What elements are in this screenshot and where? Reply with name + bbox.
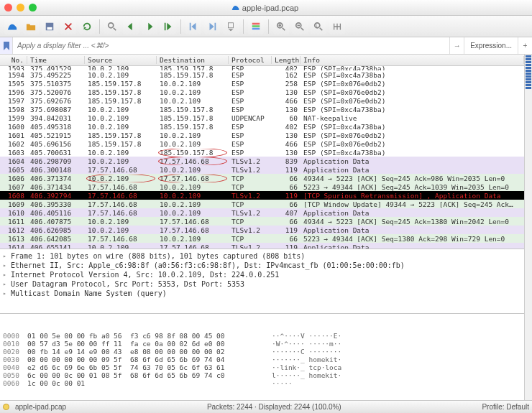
packet-row[interactable]: 1608406.39279417.57.146.6810.0.2.109TLSv… <box>0 191 524 200</box>
window-title: apple-ipad.pcap <box>37 4 493 12</box>
detail-tree-item[interactable]: ▸Internet Protocol Version 4, Src: 10.0.… <box>3 270 521 279</box>
packet-row[interactable]: 1601405.521915185.159.157.810.0.2.109ESP… <box>0 131 524 139</box>
packet-row[interactable]: 1610406.40511617.57.146.6810.0.2.109TLSv… <box>0 208 524 217</box>
filter-bar: → Expression... + <box>0 37 532 55</box>
packet-overview-scrollbar[interactable] <box>525 55 532 400</box>
packet-row[interactable]: 1603405.70063110.0.2.109185.159.157.8ESP… <box>0 148 524 157</box>
expand-icon[interactable]: ▸ <box>3 290 9 297</box>
open-file-button[interactable] <box>23 19 39 34</box>
packet-row[interactable]: 1597375.692676185.159.157.810.0.2.109ESP… <box>0 96 524 105</box>
auto-scroll-button[interactable] <box>223 19 239 34</box>
detail-tree-item[interactable]: ▸Multicast Domain Name System (query) <box>3 289 521 298</box>
detail-tree-item[interactable]: ▸Ethernet II, Src: Apple_c6:98:8f (a0:56… <box>3 261 521 270</box>
interfaces-icon[interactable] <box>4 19 20 34</box>
expand-icon[interactable]: ▸ <box>3 262 9 269</box>
zoom-in-button[interactable] <box>273 19 289 34</box>
packet-details[interactable]: ▸Frame 1: 101 bytes on wire (808 bits), … <box>0 249 524 313</box>
packet-row[interactable]: 1600405.49531810.0.2.109185.159.157.8ESP… <box>0 122 524 131</box>
close-window-button[interactable] <box>4 4 12 11</box>
titlebar: apple-ipad.pcap <box>0 0 532 16</box>
filter-apply-button[interactable]: → <box>449 37 464 54</box>
svg-rect-3 <box>165 22 166 30</box>
wireshark-icon <box>231 4 239 11</box>
save-button[interactable] <box>42 19 58 34</box>
svg-rect-1 <box>47 27 52 29</box>
packet-bytes[interactable]: 000001 00 5e 00 00 fb a0 56 f3 c6 98 8f … <box>0 313 524 400</box>
svg-rect-9 <box>252 27 260 29</box>
minimize-window-button[interactable] <box>17 4 24 11</box>
find-button[interactable] <box>104 19 120 34</box>
detail-tree-item[interactable]: ▸Frame 1: 101 bytes on wire (808 bits), … <box>3 251 521 261</box>
detail-tree-item[interactable]: ▸User Datagram Protocol, Src Port: 5353,… <box>3 279 521 289</box>
packet-row[interactable]: 1613406.64208517.57.146.6810.0.2.109TCP6… <box>0 234 524 243</box>
col-proto[interactable]: Protocol <box>229 56 272 64</box>
packet-row[interactable]: 1604406.29870910.0.2.10917.57.146.68TLSv… <box>0 157 524 165</box>
packet-row[interactable]: 1599394.84203110.0.2.109185.159.157.8UDP… <box>0 113 524 122</box>
packet-list[interactable]: No. Time Source Destination Protocol Len… <box>0 55 524 249</box>
go-last-button[interactable] <box>204 19 220 34</box>
packet-row[interactable]: 1594375.49522510.0.2.109185.159.157.8ESP… <box>0 70 524 79</box>
resize-columns-button[interactable] <box>329 19 345 34</box>
hex-row[interactable]: 00506c 00 00 0c 00 01 08 5f 68 6f 6d 65 … <box>3 371 521 379</box>
col-time[interactable]: Time <box>27 56 85 64</box>
col-source[interactable]: Source <box>85 56 157 64</box>
svg-rect-5 <box>215 22 216 30</box>
packet-row[interactable]: 1606406.37137410.0.2.10917.57.146.68TCP6… <box>0 174 524 182</box>
status-bar: apple-ipad.pcap Packets: 2244 · Displaye… <box>0 400 532 413</box>
go-to-packet-button[interactable] <box>160 19 176 34</box>
hex-row[interactable]: 001000 57 d3 5e 00 00 ff 11 fa ce 0a 00 … <box>3 340 521 348</box>
expert-info-button[interactable] <box>3 404 9 410</box>
reload-button[interactable] <box>79 19 95 34</box>
bookmark-icon <box>3 42 10 50</box>
status-profile[interactable]: Profile: Default <box>482 403 529 411</box>
colorize-button[interactable] <box>248 19 264 34</box>
expression-button[interactable]: Expression... <box>464 37 518 54</box>
hex-row[interactable]: 002000 fb 14 e9 14 e9 00 43 e8 08 00 00 … <box>3 348 521 356</box>
packet-row[interactable]: 1614406.65514110.0.2.10917.57.146.68TLSv… <box>0 243 524 249</box>
zoom-window-button[interactable] <box>29 4 37 11</box>
zoom-out-button[interactable] <box>292 19 308 34</box>
packet-row[interactable]: 1598375.69808710.0.2.109185.159.157.8ESP… <box>0 105 524 113</box>
svg-text:1: 1 <box>316 23 318 27</box>
packet-row[interactable]: 1609406.39533017.57.146.6810.0.2.109TCP6… <box>0 200 524 208</box>
traffic-lights[interactable] <box>4 4 37 11</box>
col-info[interactable]: Info <box>301 56 524 64</box>
window-title-text: apple-ipad.pcap <box>242 4 298 12</box>
packet-row[interactable]: 1595375.510375185.159.157.810.0.2.109ESP… <box>0 79 524 88</box>
packet-row[interactable]: 1611406.40787510.0.2.10917.57.146.68TCP6… <box>0 217 524 226</box>
hex-row[interactable]: 000001 00 5e 00 00 fb a0 56 f3 c6 98 8f … <box>3 332 521 340</box>
col-dest[interactable]: Destination <box>157 56 229 64</box>
expand-icon[interactable]: ▸ <box>3 281 9 287</box>
filter-add-button[interactable]: + <box>518 37 532 54</box>
display-filter-input[interactable] <box>13 37 449 54</box>
close-file-button[interactable] <box>60 19 76 34</box>
expand-icon[interactable]: ▸ <box>3 253 9 259</box>
packet-row[interactable]: 1607406.37143417.57.146.6810.0.2.109TCP6… <box>0 182 524 191</box>
packet-row[interactable]: 1612406.62698510.0.2.10917.57.146.68TLSv… <box>0 226 524 234</box>
col-no[interactable]: No. <box>0 56 27 64</box>
packet-list-header[interactable]: No. Time Source Destination Protocol Len… <box>0 55 524 66</box>
hex-row[interactable]: 00601c 00 0c 00 01····· <box>3 379 521 387</box>
svg-rect-4 <box>190 22 191 30</box>
hex-row[interactable]: 0040e2 d6 6c 69 6e 6b 05 5f 74 63 70 05 … <box>3 363 521 371</box>
svg-rect-7 <box>252 22 260 24</box>
packet-row[interactable]: 1605406.30014817.57.146.6810.0.2.109TLSv… <box>0 165 524 174</box>
main-toolbar: 1 <box>0 16 532 37</box>
status-file: apple-ipad.pcap <box>15 403 66 411</box>
go-forward-button[interactable] <box>142 19 157 34</box>
packet-row[interactable]: 1596375.520076185.159.157.810.0.2.109ESP… <box>0 88 524 96</box>
svg-rect-6 <box>229 22 234 27</box>
hex-row[interactable]: 003000 00 00 00 00 00 09 5f 68 6f 6d 65 … <box>3 356 521 363</box>
go-back-button[interactable] <box>123 19 139 34</box>
packet-row[interactable]: 1602405.696156185.159.157.810.0.2.109ESP… <box>0 139 524 148</box>
svg-point-2 <box>109 22 114 27</box>
go-first-button[interactable] <box>185 19 201 34</box>
expand-icon[interactable]: ▸ <box>3 272 9 278</box>
zoom-reset-button[interactable]: 1 <box>311 19 326 34</box>
packet-row[interactable]: 1593375.49152910.0.2.109185.159.157.8ESP… <box>0 66 524 70</box>
status-packet-count: Packets: 2244 · Displayed: 2244 (100.0%) <box>72 403 476 411</box>
col-length[interactable]: Length <box>272 56 301 64</box>
filter-bookmark-button[interactable] <box>0 37 13 54</box>
svg-rect-8 <box>252 25 260 27</box>
